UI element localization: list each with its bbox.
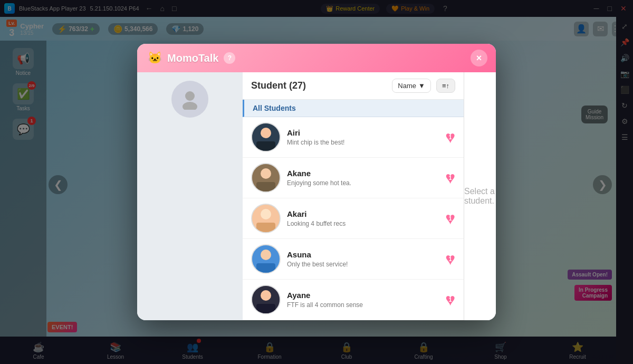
modal-title: MomoTalk [167,52,218,64]
svg-point-6 [261,168,271,179]
modal-overlay: 🐱 MomoTalk ? × Student (27) [0,0,633,364]
student-avatar-ayane [251,285,281,314]
student-status-airi: Mint chip is the best! [287,139,439,146]
student-info-akane: Akane Enjoying some hot tea. [287,169,439,187]
student-info-akari: Akari Looking 4 buffet recs [287,209,439,227]
student-heart-akane: ♥ 1 [445,168,455,188]
svg-rect-10 [256,223,275,232]
student-info-ayane: Ayane FTF is all 4 common sense [287,291,439,309]
student-heart-asuna: ♥ 1 [445,250,455,269]
student-avatar-asuna [251,244,281,274]
modal-header: 🐱 MomoTalk ? × [137,44,496,72]
student-heart-ayane: ♥ 1 [445,290,455,310]
modal-help-button[interactable]: ? [224,52,235,64]
student-name-airi: Airi [287,128,439,137]
modal-body: Student (27) Name ▼ ≡↑ All Students [137,72,496,320]
student-item-asuna[interactable]: Asuna Only the best service! ♥ 1 [243,239,464,280]
momotalk-modal: 🐱 MomoTalk ? × Student (27) [137,44,496,320]
sort-order-button[interactable]: ≡↑ [436,79,455,93]
student-name-asuna: Asuna [287,250,439,259]
student-heart-airi: ♥ 1 [445,128,455,147]
svg-point-12 [261,250,271,260]
modal-right-panel: Select a student. [464,72,496,320]
student-count: Student (27) [251,80,387,91]
svg-point-3 [261,128,271,138]
student-avatar-airi [251,122,281,152]
student-status-ayane: FTF is all 4 common sense [287,301,439,309]
student-item-ayane[interactable]: Ayane FTF is all 4 common sense ♥ 1 [243,280,464,320]
student-avatar-akari [251,204,281,233]
student-info-asuna: Asuna Only the best service! [287,250,439,268]
momotalk-icon: 🐱 [148,51,162,65]
student-heart-akari: ♥ 1 [445,209,455,228]
student-name-akane: Akane [287,169,439,178]
student-status-akane: Enjoying some hot tea. [287,179,439,187]
svg-point-1 [183,102,197,110]
student-list-panel: Student (27) Name ▼ ≡↑ All Students [243,72,464,320]
svg-rect-4 [256,141,275,151]
svg-rect-16 [256,304,275,313]
student-item-akari[interactable]: Akari Looking 4 buffet recs ♥ 1 [243,198,464,239]
modal-close-button[interactable]: × [471,50,487,66]
student-item-akane[interactable]: Akane Enjoying some hot tea. ♥ 1 [243,158,464,198]
student-list-header: Student (27) Name ▼ ≡↑ [243,72,464,100]
student-list: Airi Mint chip is the best! ♥ 1 [243,117,464,320]
select-student-prompt: Select a student. [464,187,496,206]
svg-rect-7 [256,182,275,191]
student-name-ayane: Ayane [287,291,439,300]
svg-point-0 [185,91,195,101]
student-status-akari: Looking 4 buffet recs [287,220,439,227]
svg-rect-13 [256,263,275,273]
student-item-airi[interactable]: Airi Mint chip is the best! ♥ 1 [243,117,464,158]
sort-name-dropdown[interactable]: Name ▼ [392,79,431,93]
student-avatar-akane [251,163,281,193]
selected-student-avatar [171,81,208,118]
student-name-akari: Akari [287,209,439,218]
modal-avatar-panel [137,72,243,320]
all-students-filter[interactable]: All Students [243,100,464,117]
student-info-airi: Airi Mint chip is the best! [287,128,439,146]
student-status-asuna: Only the best service! [287,261,439,268]
svg-point-9 [261,209,271,219]
svg-point-15 [261,290,271,301]
